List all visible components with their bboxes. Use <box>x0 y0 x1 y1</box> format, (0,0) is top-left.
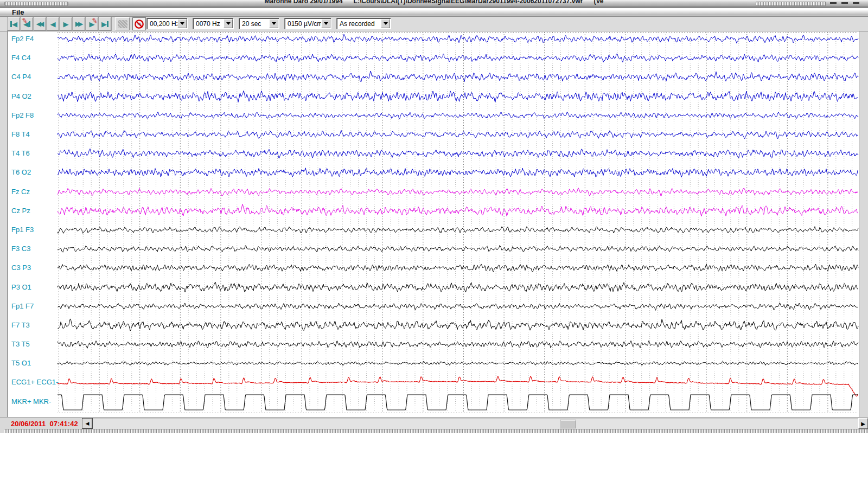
window-bottom-grip[interactable] <box>4 429 868 433</box>
fast-forward-icon: ▶▶ <box>75 21 81 27</box>
channel-label-ecg1-ecg1[interactable]: ECG1+ ECG1- <box>11 378 58 386</box>
hide-events-button[interactable] <box>132 17 146 30</box>
next-page-icon: ▶ <box>63 21 69 28</box>
chevron-down-icon[interactable] <box>269 19 278 28</box>
window-buttons[interactable] <box>830 2 865 4</box>
channel-label-t6-o2[interactable]: T6 O2 <box>11 168 31 176</box>
channel-label-fp1-f7[interactable]: Fp1 F7 <box>11 302 34 310</box>
disabled-tool-button <box>115 17 130 30</box>
menu-file[interactable]: File <box>12 8 24 16</box>
channel-label-c3-p3[interactable]: C3 P3 <box>11 264 31 272</box>
nav-fast-forward-button[interactable]: ▶▶ <box>73 17 85 30</box>
channel-label-f8-t4[interactable]: F8 T4 <box>11 130 30 138</box>
menubar: File <box>0 7 868 17</box>
lowcut-filter-select[interactable]: 00,200 Hz <box>146 18 188 29</box>
first-page-icon: ◀ <box>12 21 17 28</box>
nav-prev-event-button[interactable]: ◀✎ <box>21 17 33 30</box>
chevron-down-icon[interactable] <box>177 19 187 28</box>
statusbar: 20/06/2011 07:41:42 ◀ ▶ <box>0 417 868 429</box>
channel-label-f7-t3[interactable]: F7 T3 <box>11 321 30 329</box>
channel-label-mkr-mkr[interactable]: MKR+ MKR- <box>11 397 51 406</box>
sensitivity-select[interactable]: 0150 µV/cm <box>284 18 331 29</box>
scrollbar-track[interactable] <box>93 418 858 429</box>
channel-label-fp2-f8[interactable]: Fp2 F8 <box>11 111 34 119</box>
nav-last-page-button[interactable]: ▶ <box>99 17 111 30</box>
highcut-filter-select-value: 0070 Hz <box>193 20 224 28</box>
titlebar-grip-right[interactable] <box>756 2 826 6</box>
disabled-tool-icon <box>118 20 127 28</box>
channel-label-fz-cz[interactable]: Fz Cz <box>11 188 30 196</box>
pen-icon: ✎ <box>91 16 98 25</box>
nav-next-event-button[interactable]: ▶✎ <box>86 17 98 30</box>
channel-label-t5-o1[interactable]: T5 O1 <box>11 359 31 367</box>
titlebar[interactable]: Maronne Daro 29/01/1994 L:\Cours\DLAI(T)… <box>0 0 868 7</box>
channel-label-p4-o2[interactable]: P4 O2 <box>11 92 31 100</box>
chevron-down-icon[interactable] <box>381 19 390 28</box>
channel-label-t4-t6[interactable]: T4 T6 <box>11 149 30 157</box>
highcut-filter-select[interactable]: 0070 Hz <box>193 18 234 29</box>
nav-prev-page-button[interactable]: ◀ <box>47 17 59 30</box>
window-minimize-icon[interactable] <box>830 2 837 4</box>
timebase-select-value: 20 sec <box>239 20 269 28</box>
last-page-icon: ▶ <box>101 21 107 28</box>
fast-backward-icon: ◀◀ <box>36 21 42 27</box>
right-arrow-icon: ▶ <box>861 421 865 427</box>
nav-next-page-button[interactable]: ▶ <box>60 17 72 30</box>
channel-label-p3-o1[interactable]: P3 O1 <box>11 283 31 291</box>
scrollbar-thumb[interactable] <box>560 420 576 428</box>
channel-label-t3-t5[interactable]: T3 T5 <box>11 340 30 348</box>
window-close-icon[interactable] <box>853 2 859 4</box>
nav-buttons: ◀◀✎◀◀◀▶▶▶▶✎▶ <box>8 17 111 30</box>
channel-label-fp1-f3[interactable]: Fp1 F3 <box>11 226 34 234</box>
channel-label-c4-p4[interactable]: C4 P4 <box>11 73 31 81</box>
window-maximize-icon[interactable] <box>841 2 848 4</box>
channel-label-cz-pz[interactable]: Cz Pz <box>11 207 30 215</box>
scrollbar-left-button[interactable]: ◀ <box>82 419 92 428</box>
eeg-viewer-window: Maronne Daro 29/01/1994 L:\Cours\DLAI(T)… <box>0 0 868 433</box>
lowcut-filter-select-value: 00,200 Hz <box>147 20 177 28</box>
window-title: Maronne Daro 29/01/1994 L:\Cours\DLAI(T)… <box>0 0 868 5</box>
chevron-down-icon[interactable] <box>321 19 330 28</box>
channel-label-f4-c4[interactable]: F4 C4 <box>11 54 30 62</box>
timebase-select[interactable]: 20 sec <box>239 18 279 29</box>
display-mode-select[interactable]: As recorded <box>336 18 391 29</box>
toolbar: ◀◀✎◀◀◀▶▶▶▶✎▶ 00,200 Hz0070 Hz20 sec0150 … <box>0 17 868 31</box>
no-entry-icon <box>134 19 144 29</box>
trace-area: Fp2 F4F4 C4C4 P4P4 O2Fp2 F8F8 T4T4 T6T6 … <box>7 31 859 417</box>
nav-fast-backward-button[interactable]: ◀◀ <box>34 17 46 30</box>
left-arrow-icon: ◀ <box>86 421 90 426</box>
channel-label-fp2-f4[interactable]: Fp2 F4 <box>11 35 34 43</box>
nav-first-page-button[interactable]: ◀ <box>8 17 20 30</box>
chevron-down-icon[interactable] <box>224 19 233 28</box>
prev-page-icon: ◀ <box>50 21 56 28</box>
record-datetime: 20/06/2011 07:41:42 <box>11 420 78 428</box>
channel-label-f3-c3[interactable]: F3 C3 <box>11 245 30 253</box>
scrollbar-right-button[interactable]: ▶ <box>858 418 868 429</box>
filter-dropdowns: 00,200 Hz0070 Hz20 sec0150 µV/cmAs recor… <box>146 18 391 29</box>
eeg-traces-canvas[interactable] <box>58 31 859 414</box>
sensitivity-select-value: 0150 µV/cm <box>285 20 321 28</box>
display-mode-select-value: As recorded <box>337 20 381 28</box>
